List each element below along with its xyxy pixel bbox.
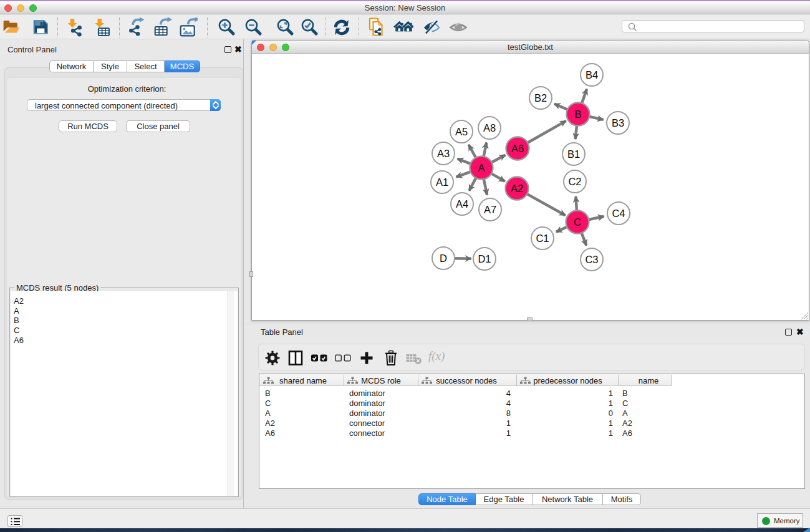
svg-text:A1: A1 — [436, 177, 448, 188]
svg-text:B4: B4 — [586, 69, 598, 80]
svg-text:C4: C4 — [612, 208, 625, 219]
svg-text:A8: A8 — [483, 122, 496, 133]
svg-text:C1: C1 — [536, 233, 549, 244]
svg-text:B1: B1 — [567, 148, 580, 160]
svg-text:C3: C3 — [585, 254, 598, 265]
svg-text:B3: B3 — [612, 117, 624, 128]
svg-text:A3: A3 — [437, 148, 450, 159]
svg-text:B: B — [574, 109, 581, 120]
svg-text:A5: A5 — [455, 126, 468, 137]
svg-text:B2: B2 — [534, 92, 547, 104]
svg-text:A2: A2 — [511, 183, 523, 194]
svg-text:D: D — [440, 253, 447, 264]
svg-text:C2: C2 — [568, 176, 581, 187]
svg-text:A6: A6 — [511, 143, 524, 154]
svg-text:A7: A7 — [484, 204, 496, 215]
svg-text:A: A — [478, 162, 485, 173]
svg-text:A4: A4 — [456, 198, 468, 210]
svg-text:C: C — [574, 216, 581, 228]
svg-text:D1: D1 — [478, 253, 491, 264]
